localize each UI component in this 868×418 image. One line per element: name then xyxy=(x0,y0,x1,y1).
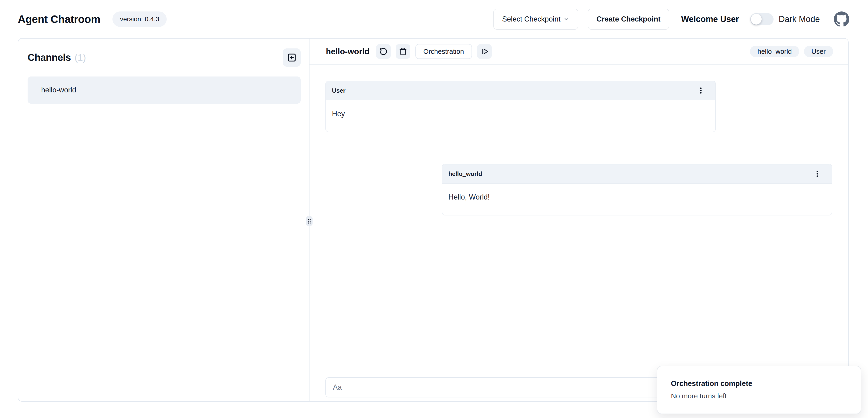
step-forward-button[interactable] xyxy=(477,44,492,59)
app-title: Agent Chatroom xyxy=(18,13,100,26)
resize-grip-handle[interactable] xyxy=(306,216,313,226)
channels-panel-header: Channels (1) xyxy=(28,49,301,67)
toast-message: No more turns left xyxy=(671,392,847,400)
channel-list-item[interactable]: hello-world xyxy=(28,77,301,103)
message-menu-button[interactable] xyxy=(813,169,822,178)
dark-mode-toggle[interactable] xyxy=(750,13,774,25)
chevron-down-icon xyxy=(563,16,569,22)
chat-panel: hello-world Orchestration hel xyxy=(310,38,848,401)
create-checkpoint-button[interactable]: Create Checkpoint xyxy=(588,9,670,30)
square-plus-icon xyxy=(287,53,297,62)
welcome-text: Welcome User xyxy=(681,14,739,24)
toast-notification: Orchestration complete No more turns lef… xyxy=(657,366,861,414)
create-checkpoint-label: Create Checkpoint xyxy=(597,15,661,23)
orchestration-button[interactable]: Orchestration xyxy=(415,44,472,59)
messages-area: User Hey hello_world xyxy=(310,65,848,377)
message-author: hello_world xyxy=(448,170,482,178)
message-card-header: hello_world xyxy=(442,165,832,184)
select-checkpoint-label: Select Checkpoint xyxy=(502,15,561,23)
version-badge: version: 0.4.3 xyxy=(113,11,167,27)
dark-mode-label: Dark Mode xyxy=(779,14,820,24)
main-container: Channels (1) hello-world hello-world xyxy=(18,38,848,401)
kebab-icon xyxy=(813,170,821,178)
channels-count: (1) xyxy=(74,52,86,63)
delete-channel-button[interactable] xyxy=(396,44,410,59)
channels-panel: Channels (1) hello-world xyxy=(18,38,309,401)
participant-badge: hello_world xyxy=(750,46,799,57)
message-card: User Hey xyxy=(326,81,716,132)
panel-divider xyxy=(309,38,310,401)
github-icon[interactable] xyxy=(834,11,849,27)
add-channel-button[interactable] xyxy=(283,49,301,67)
message-menu-button[interactable] xyxy=(696,86,706,95)
kebab-icon xyxy=(697,87,705,94)
toggle-thumb xyxy=(751,14,762,25)
chat-header: hello-world Orchestration hel xyxy=(310,38,848,65)
participant-badge: User xyxy=(804,46,833,57)
message-author: User xyxy=(332,87,345,94)
grip-dots-icon xyxy=(308,218,311,224)
participants: hello_world User xyxy=(750,46,833,57)
step-forward-icon xyxy=(480,47,489,56)
select-checkpoint-button[interactable]: Select Checkpoint xyxy=(493,9,578,30)
orchestration-label: Orchestration xyxy=(423,48,464,55)
rotate-ccw-icon xyxy=(379,47,388,56)
chat-title: hello-world xyxy=(326,47,370,56)
app-header: Agent Chatroom version: 0.4.3 Select Che… xyxy=(0,0,868,38)
toast-title: Orchestration complete xyxy=(671,380,847,388)
message-card-header: User xyxy=(326,81,715,100)
reset-channel-button[interactable] xyxy=(376,44,391,59)
channels-title: Channels xyxy=(28,52,71,63)
trash-icon xyxy=(399,48,407,55)
message-text: Hello, World! xyxy=(442,184,832,215)
channel-name: hello-world xyxy=(41,86,76,94)
message-card: hello_world Hello, World! xyxy=(442,164,832,215)
message-text: Hey xyxy=(326,100,715,132)
